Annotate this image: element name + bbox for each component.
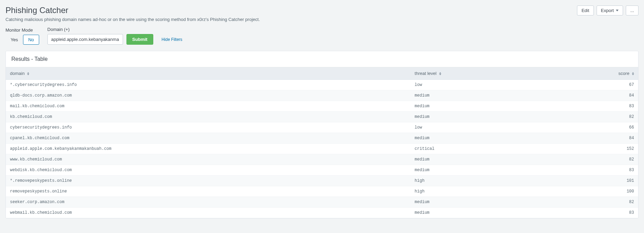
- cell-domain: www.kb.chemicloud.com: [6, 154, 411, 165]
- cell-score: 84: [549, 90, 638, 101]
- cell-score: 67: [549, 80, 638, 90]
- table-row: cybersecuritydegrees.infolow66: [6, 122, 638, 133]
- table-row: removepeskypests.onlinehigh100: [6, 186, 638, 197]
- cell-domain: seeker.corp.amazon.com: [6, 197, 411, 208]
- cell-domain: cybersecuritydegrees.info: [6, 122, 411, 133]
- cell-domain: *.removepeskypests.online: [6, 176, 411, 186]
- cell-score: 152: [549, 144, 638, 154]
- monitor-mode-no[interactable]: No: [23, 35, 39, 45]
- cell-threat: medium: [411, 112, 550, 122]
- results-panel: Results - Table domain threat level scor…: [5, 51, 639, 219]
- cell-domain: qldb-docs.corp.amazon.com: [6, 90, 411, 101]
- monitor-mode-label: Monitor Mode: [5, 27, 39, 33]
- export-label: Export: [601, 8, 614, 13]
- cell-threat: medium: [411, 208, 550, 218]
- cell-domain: cpanel.kb.chemicloud.com: [6, 133, 411, 144]
- export-button[interactable]: Export: [597, 5, 623, 15]
- table-row: mail.kb.chemicloud.commedium83: [6, 101, 638, 112]
- cell-domain: removepeskypests.online: [6, 186, 411, 197]
- table-row: seeker.corp.amazon.commedium82: [6, 197, 638, 208]
- table-row: cpanel.kb.chemicloud.commedium84: [6, 133, 638, 144]
- col-header-domain-label: domain: [10, 71, 25, 76]
- header-actions: Edit Export ...: [577, 5, 639, 15]
- results-table: domain threat level score *.cybersecurit…: [6, 67, 638, 218]
- col-header-domain[interactable]: domain: [6, 67, 411, 80]
- page-title: Phishing Catcher: [5, 5, 68, 15]
- cell-threat: low: [411, 80, 550, 90]
- cell-score: 83: [549, 101, 638, 112]
- cell-threat: high: [411, 176, 550, 186]
- monitor-mode-toggle: Yes No: [5, 35, 39, 45]
- col-header-threat[interactable]: threat level: [411, 67, 550, 80]
- table-row: www.kb.chemicloud.commedium82: [6, 154, 638, 165]
- cell-score: 82: [549, 197, 638, 208]
- cell-score: 83: [549, 208, 638, 218]
- cell-threat: medium: [411, 165, 550, 176]
- table-row: webmail.kb.chemicloud.commedium83: [6, 208, 638, 218]
- hide-filters-link[interactable]: Hide Filters: [162, 37, 182, 45]
- edit-button[interactable]: Edit: [577, 5, 593, 15]
- sort-icon: [27, 72, 29, 75]
- cell-score: 100: [549, 186, 638, 197]
- more-button[interactable]: ...: [626, 5, 639, 15]
- col-header-score-label: score: [619, 71, 630, 76]
- cell-score: 82: [549, 112, 638, 122]
- table-row: webdisk.kb.chemicloud.commedium83: [6, 165, 638, 176]
- cell-threat: low: [411, 122, 550, 133]
- page-subtitle: Catching malicious phishing domain names…: [5, 17, 639, 22]
- col-header-threat-label: threat level: [415, 71, 437, 76]
- cell-domain: appleid.apple.com.kebanyakanmakanbuah.co…: [6, 144, 411, 154]
- col-header-score[interactable]: score: [549, 67, 638, 80]
- cell-score: 66: [549, 122, 638, 133]
- cell-threat: high: [411, 186, 550, 197]
- cell-threat: medium: [411, 154, 550, 165]
- cell-domain: webdisk.kb.chemicloud.com: [6, 165, 411, 176]
- submit-button[interactable]: Submit: [126, 34, 153, 45]
- cell-threat: medium: [411, 90, 550, 101]
- table-row: kb.chemicloud.commedium82: [6, 112, 638, 122]
- cell-score: 101: [549, 176, 638, 186]
- cell-threat: medium: [411, 197, 550, 208]
- domain-label: Domain (+): [47, 27, 153, 32]
- sort-icon: [439, 72, 441, 75]
- table-row: appleid.apple.com.kebanyakanmakanbuah.co…: [6, 144, 638, 154]
- monitor-mode-yes[interactable]: Yes: [5, 35, 23, 45]
- cell-domain: kb.chemicloud.com: [6, 112, 411, 122]
- table-row: qldb-docs.corp.amazon.commedium84: [6, 90, 638, 101]
- cell-score: 84: [549, 133, 638, 144]
- cell-domain: *.cybersecuritydegrees.info: [6, 80, 411, 90]
- cell-score: 83: [549, 165, 638, 176]
- cell-domain: webmail.kb.chemicloud.com: [6, 208, 411, 218]
- cell-threat: medium: [411, 133, 550, 144]
- table-row: *.removepeskypests.onlinehigh101: [6, 176, 638, 186]
- sort-icon: [632, 72, 634, 75]
- cell-threat: medium: [411, 101, 550, 112]
- table-row: *.cybersecuritydegrees.infolow67: [6, 80, 638, 90]
- cell-score: 82: [549, 154, 638, 165]
- results-panel-title: Results - Table: [6, 51, 638, 67]
- cell-domain: mail.kb.chemicloud.com: [6, 101, 411, 112]
- domain-input[interactable]: [47, 34, 123, 45]
- cell-threat: critical: [411, 144, 550, 154]
- caret-down-icon: [616, 10, 619, 11]
